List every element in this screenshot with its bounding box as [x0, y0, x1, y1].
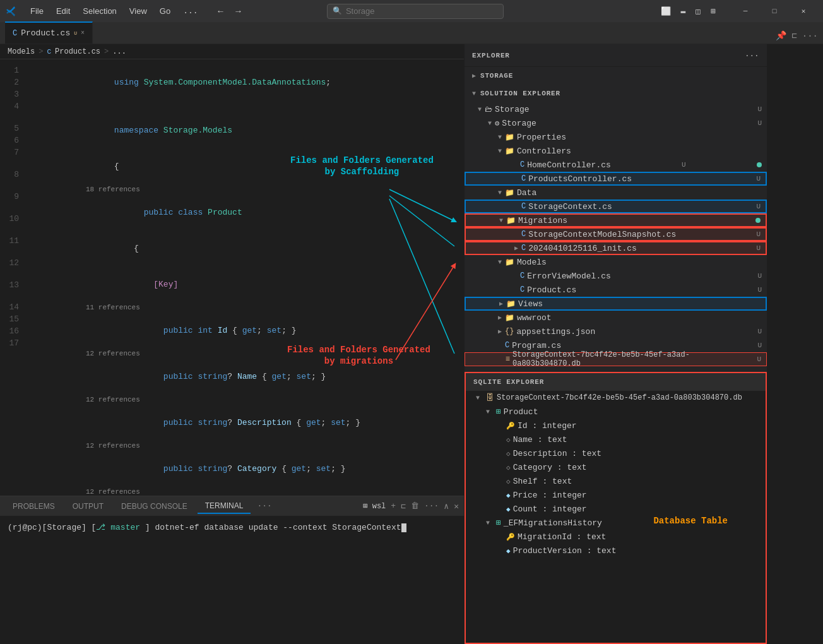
- panel-icon[interactable]: ▬: [678, 5, 689, 17]
- tree-label: StorageContext-7bc4f42e-be5b-45ef-a3ad-0…: [512, 350, 757, 368]
- menu-more[interactable]: ...: [178, 5, 203, 17]
- storage-chevron-icon: ▶: [472, 72, 477, 80]
- folder-icon: 📁: [505, 146, 514, 156]
- forward-button[interactable]: →: [231, 4, 246, 19]
- maximize-button[interactable]: □: [760, 0, 789, 22]
- storage-label: STORAGE: [480, 72, 513, 80]
- add-terminal-icon[interactable]: +: [391, 501, 396, 511]
- breadcrumb-product-cs[interactable]: Product.cs: [55, 47, 100, 56]
- term-command: ] dotnet-ef database update --context St…: [140, 523, 401, 532]
- u-badge: U: [756, 244, 761, 252]
- pin-icon[interactable]: 📌: [776, 30, 786, 41]
- u-badge: U: [756, 230, 761, 238]
- breadcrumb: Models > C Product.cs > ...: [0, 44, 464, 59]
- terminal-close-icon[interactable]: ✕: [454, 501, 459, 511]
- tree-label: HomeController.cs: [527, 160, 611, 170]
- terminal-more-icon[interactable]: ···: [424, 501, 439, 511]
- tree-item-products-controller[interactable]: C ProductsController.cs U: [465, 172, 767, 186]
- ref-12a: 12 references: [35, 349, 454, 359]
- explorer-more-icon[interactable]: ···: [745, 52, 759, 59]
- tree-item-product-cs[interactable]: C Product.cs U: [465, 283, 767, 297]
- menu-view[interactable]: View: [124, 5, 152, 17]
- sidebar-icon[interactable]: ◫: [693, 5, 703, 18]
- tab-product-cs[interactable]: C Product.cs U ×: [5, 21, 93, 44]
- sqlite-col-count[interactable]: ◆ Count : integer: [466, 502, 766, 516]
- cs-file-icon: C: [13, 29, 17, 38]
- breadcrumb-ellipsis[interactable]: ...: [112, 47, 126, 56]
- folder-icon: 📁: [505, 133, 514, 142]
- menu-go[interactable]: Go: [155, 5, 175, 17]
- split-editor-icon[interactable]: ⊏: [791, 30, 796, 41]
- sqlite-col-shelf[interactable]: ◇ Shelf : text: [466, 474, 766, 488]
- customize-icon[interactable]: ⊞: [708, 5, 718, 18]
- sqlite-col-name[interactable]: ◇ Name : text: [466, 432, 766, 446]
- ref-11: 11 references: [35, 302, 454, 313]
- code-line-1: using System.ComponentModel.DataAnnotati…: [35, 64, 454, 100]
- sqlite-col-productversion[interactable]: ◆ ProductVersion : text: [466, 544, 766, 558]
- tree-label: Program.cs: [512, 341, 561, 350]
- more-actions-icon[interactable]: ···: [802, 31, 818, 41]
- tab-terminal[interactable]: TERMINAL: [198, 499, 251, 514]
- tab-close-button[interactable]: ×: [81, 30, 85, 37]
- solution-explorer-tree: ▼ 🗁 Storage U ▼ ⚙ Storage U ▼ �: [465, 102, 767, 372]
- code-block-9: 12 references public string? Name { get;…: [35, 349, 454, 395]
- terminal-maximize-icon[interactable]: ∧: [444, 501, 449, 511]
- table-icon: ⊞: [496, 407, 501, 417]
- tree-item-wwwroot[interactable]: ▶ 📁 wwwroot: [465, 311, 767, 325]
- sqlite-col-migrationid[interactable]: 🔑 MigrationId : text: [466, 530, 766, 544]
- tree-item-error-viewmodel[interactable]: C ErrorViewModel.cs U: [465, 269, 767, 283]
- menu-selection[interactable]: Selection: [78, 5, 121, 17]
- tab-debug-console[interactable]: DEBUG CONSOLE: [114, 499, 195, 513]
- tab-output[interactable]: OUTPUT: [65, 499, 111, 513]
- solution-explorer-header[interactable]: ▼ SOLUTION EXPLORER: [465, 85, 767, 102]
- sqlite-col-category[interactable]: ◇ Category : text: [466, 460, 766, 474]
- terminal-content[interactable]: (rj@pc)[Storage] [⎇ master ] dotnet-ef d…: [0, 516, 464, 644]
- tree-item-models[interactable]: ▼ 📁 Models: [465, 255, 767, 269]
- menu-file[interactable]: File: [25, 5, 49, 17]
- layout-icon[interactable]: ⬜: [658, 5, 673, 18]
- tree-item-data[interactable]: ▼ 📁 Data: [465, 186, 767, 200]
- tree-item-storage-context[interactable]: C StorageContext.cs U: [465, 200, 767, 213]
- diamond-icon: ◇: [506, 450, 511, 458]
- editor-content: 1 2 3 4 5 6 7 8 9 10 11 12 13 14 15 16 1: [0, 59, 464, 496]
- tree-item-migration-init[interactable]: ▶ C 20240410125116_init.cs U: [465, 241, 767, 255]
- trash-icon[interactable]: 🗑: [411, 501, 419, 511]
- back-button[interactable]: ←: [213, 4, 228, 19]
- tree-item-controllers[interactable]: ▼ 📁 Controllers: [465, 144, 767, 158]
- tree-item-appsettings[interactable]: ▶ {} appsettings.json U: [465, 325, 767, 338]
- sqlite-col-id[interactable]: 🔑 Id : integer: [466, 419, 766, 432]
- u-badge: U: [757, 119, 762, 127]
- breadcrumb-models[interactable]: Models: [8, 47, 35, 56]
- sqlite-col-price[interactable]: ◆ Price : integer: [466, 488, 766, 502]
- sqlite-db-root[interactable]: ▼ 🗄 StorageContext-7bc4f42e-be5b-45ef-a3…: [466, 391, 766, 405]
- sqlite-table-product[interactable]: ▼ ⊞ Product: [466, 405, 766, 419]
- tree-item-snapshot[interactable]: C StorageContextModelSnapshot.cs U: [465, 227, 767, 241]
- search-input[interactable]: [346, 6, 498, 16]
- sqlite-explorer: SQLITE EXPLORER ▼ 🗄 StorageContext-7bc4f…: [465, 372, 767, 644]
- tree-item-properties[interactable]: ▼ 📁 Properties: [465, 130, 767, 144]
- tree-item-db-file[interactable]: ≡ StorageContext-7bc4f42e-be5b-45ef-a3ad…: [465, 352, 767, 366]
- tree-item-home-controller[interactable]: C HomeController.cs U: [465, 158, 767, 172]
- tree-item-storage-root[interactable]: ▼ 🗁 Storage U: [465, 102, 767, 116]
- chevron-icon: ▼: [496, 217, 506, 224]
- close-button[interactable]: ✕: [789, 0, 818, 22]
- minimize-button[interactable]: ─: [731, 0, 760, 22]
- explorer-header: EXPLORER ···: [465, 44, 767, 67]
- code-editor[interactable]: using System.ComponentModel.DataAnnotati…: [25, 59, 464, 496]
- sqlite-db-label: StorageContext-7bc4f42e-be5b-45ef-a3ad-0…: [497, 393, 742, 402]
- search-bar[interactable]: 🔍: [327, 4, 504, 19]
- cs-file-icon: C: [521, 174, 526, 183]
- terminal-panel: PROBLEMS OUTPUT DEBUG CONSOLE TERMINAL ·…: [0, 496, 464, 644]
- menu-edit[interactable]: Edit: [51, 5, 75, 17]
- tree-item-storage-sub[interactable]: ▼ ⚙ Storage U: [465, 116, 767, 130]
- storage-section-header[interactable]: ▶ STORAGE: [465, 67, 767, 85]
- sqlite-col-description[interactable]: ◇ Description : text: [466, 446, 766, 460]
- sqlite-table-efmigrations[interactable]: ▼ ⊞ _EFMigrationsHistory: [466, 516, 766, 530]
- chevron-icon: ▶: [495, 314, 505, 321]
- explorer-title: EXPLORER: [472, 52, 510, 59]
- tree-item-migrations[interactable]: ▼ 📁 Migrations: [465, 213, 767, 227]
- tree-item-views[interactable]: ▶ 📁 Views: [465, 297, 767, 311]
- split-terminal-icon[interactable]: ⊏: [401, 501, 406, 511]
- tab-more[interactable]: ···: [253, 499, 275, 513]
- tab-problems[interactable]: PROBLEMS: [5, 499, 62, 513]
